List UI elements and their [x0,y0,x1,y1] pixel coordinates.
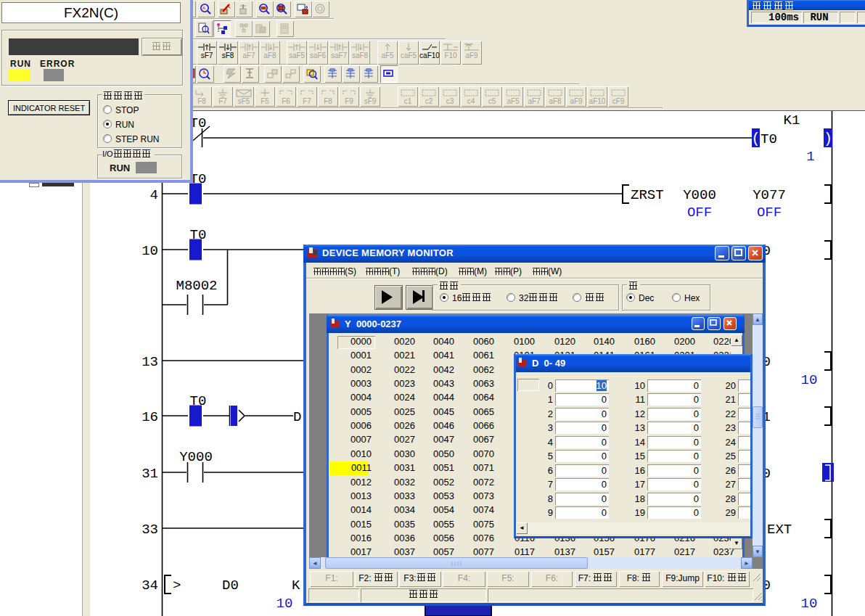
svg-text:Y000: Y000 [683,187,716,203]
svg-text:T0: T0 [190,227,207,243]
svg-text:): ) [824,131,832,147]
svg-text:31: 31 [142,466,158,482]
svg-text:10: 10 [801,596,818,612]
svg-text:OFF: OFF [757,205,782,221]
svg-text:ZRST: ZRST [631,187,664,203]
svg-text:10: 10 [142,243,158,259]
svg-text:M8002: M8002 [176,278,217,294]
svg-text:T0: T0 [761,131,777,147]
svg-text:33: 33 [142,522,158,538]
svg-text:Y000: Y000 [179,449,213,465]
svg-text:D: D [293,409,301,425]
svg-text:10: 10 [801,372,818,388]
svg-text:EXT: EXT [767,522,792,538]
svg-text:K: K [292,578,300,594]
svg-text:D0: D0 [222,578,239,594]
svg-text:4: 4 [150,187,158,203]
svg-text:10: 10 [276,596,293,612]
svg-text:(: ( [751,131,760,147]
svg-text:>: > [173,578,181,594]
svg-text:Y077: Y077 [753,187,786,203]
svg-text:1: 1 [806,149,814,165]
svg-text:T0: T0 [190,393,207,409]
svg-text:13: 13 [142,354,158,370]
svg-text:OFF: OFF [687,205,712,221]
svg-text:34: 34 [142,578,158,594]
svg-text:16: 16 [142,409,158,425]
svg-text:K1: K1 [784,112,800,128]
